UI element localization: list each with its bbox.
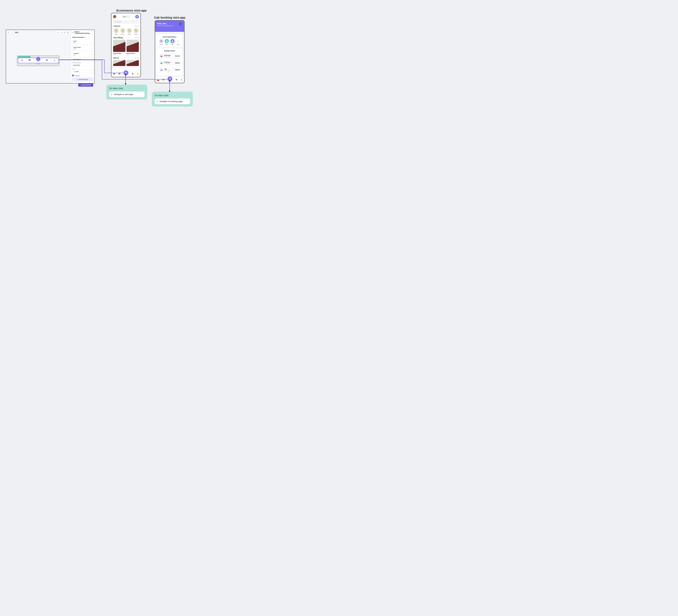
cab-booking-app: Hello, Mira Where are you going today? ⬪…	[155, 20, 185, 83]
panel-title: Define Parameters i	[71, 35, 94, 39]
type-label: Type	[72, 68, 93, 70]
nav-home-icon[interactable]	[113, 73, 115, 75]
chat-icon[interactable]	[29, 59, 31, 62]
zoom-controls: |‹ − 90% +	[7, 31, 23, 34]
chevron-down-icon: ⌄	[91, 71, 92, 72]
nav-person-icon[interactable]	[181, 79, 183, 81]
product-card[interactable]: ♥	[113, 60, 125, 66]
back-label: Back to CabBookingHomePage	[75, 31, 93, 34]
quick-destination-mall[interactable]: Mall	[171, 39, 175, 45]
collapse-sidebar-button[interactable]: |‹	[7, 31, 10, 34]
ecommerce-title: Ecommerce mini-app	[116, 9, 147, 12]
see-all-link[interactable]: See All	[135, 37, 139, 38]
theme-toggle-icon[interactable]: ☀	[57, 31, 60, 34]
quick-destinations-title: Quick Destinations	[158, 36, 181, 38]
info-icon[interactable]: i	[85, 37, 86, 38]
param-item1action[interactable]: Item1ActionAction ›	[72, 45, 93, 51]
greeting: Hello, Mira	[157, 23, 182, 25]
top-selling-label: Top Selling	[113, 37, 123, 39]
nav-cart-fab[interactable]	[124, 71, 128, 75]
quick-destination-home[interactable]: Home	[159, 39, 163, 45]
category-item[interactable]: Tshirts	[126, 28, 132, 35]
cab-title: Cab booking mini-app	[154, 16, 185, 20]
product-card[interactable]: productName[1][2]	[126, 40, 139, 55]
quick-destination-food[interactable]: 🍴Food	[176, 39, 180, 45]
bottom-navigation-bar-component[interactable]: BottomNavigationBar +	[17, 55, 60, 66]
resize-handle-icon[interactable]	[58, 62, 59, 64]
canvas-area: |‹ − 90% + ☀ ▯ тT ⇅ BottomNavigationBar …	[6, 30, 71, 83]
param-name-input[interactable]	[72, 64, 93, 67]
mobile-view-icon[interactable]: ▯	[60, 31, 63, 34]
back-button[interactable]: Back to CabBookingHomePage	[71, 30, 94, 35]
see-all-link[interactable]: See All	[135, 26, 139, 27]
param-item1[interactable]: Item1Icon ›	[72, 39, 93, 45]
svg-point-2	[125, 83, 126, 84]
ride-premium[interactable]: 🚙 Premium5 min away $18-22	[158, 60, 181, 66]
callout-title: On item click	[109, 87, 145, 90]
categories-label: Categories	[113, 25, 120, 27]
nav-heart-icon[interactable]	[176, 79, 178, 81]
nav-chat-icon[interactable]	[162, 79, 164, 81]
ride-economy[interactable]: 🚗 Economy3 min away $12-15	[158, 53, 181, 59]
category-row: Tshirts Tshirts Tshirts Tshirts	[111, 27, 141, 36]
required-checkbox[interactable]: ✓	[72, 75, 74, 76]
heart-icon[interactable]: ♥	[124, 40, 125, 42]
heart-icon[interactable]: ♥	[124, 61, 125, 63]
category-dropdown[interactable]: Men⌄	[121, 15, 130, 18]
search-icon	[114, 21, 116, 23]
ride-van[interactable]: 🚐 Van8 min away $25-30	[158, 67, 181, 73]
chevron-right-icon: ›	[91, 53, 92, 55]
name-label: Parameter Name	[72, 62, 93, 64]
product-card[interactable]: ♥productName[1][2]	[113, 40, 125, 55]
nav-person-icon[interactable]	[137, 73, 139, 75]
nav-bar-inner: +	[18, 58, 59, 63]
chevron-down-icon: ⌄	[127, 16, 128, 17]
drag-handle[interactable]	[36, 64, 40, 64]
plus-icon: +	[80, 84, 81, 86]
category-item[interactable]: Tshirts	[133, 28, 139, 35]
chevron-right-icon: ›	[91, 41, 92, 43]
navigate-icon: ↯	[111, 93, 113, 95]
parameter-panel: Back to CabBookingHomePage Define Parame…	[71, 30, 94, 83]
available-rides-title: Available Rides	[158, 50, 181, 52]
text-size-icon[interactable]: тT	[63, 31, 66, 34]
callout-title: On item click	[155, 94, 190, 97]
param-4-expanded[interactable]: Parameter 4 ›	[72, 57, 93, 61]
tree-view-icon[interactable]: ⇅	[67, 31, 69, 34]
add-parameter-outline-button[interactable]: + Add Parameter	[72, 78, 93, 81]
product-card[interactable]	[126, 60, 139, 66]
nav-car-icon[interactable]: 🚗	[157, 79, 159, 81]
cart-button[interactable]	[135, 15, 139, 18]
zoom-in-button[interactable]: +	[20, 31, 23, 34]
zoom-out-button[interactable]: −	[11, 31, 14, 34]
heart-icon[interactable]	[46, 59, 48, 62]
person-icon[interactable]	[53, 59, 55, 62]
quick-destination-work[interactable]: Work	[165, 39, 169, 45]
chevron-down-icon: ›	[91, 59, 92, 60]
canvas-toolbar: ☀ ▯ тT ⇅	[56, 31, 70, 35]
ecom-callout: On item click ↯ Navigate to cart page	[106, 85, 147, 100]
see-all-link[interactable]: See All	[135, 57, 139, 59]
chevron-right-icon: ›	[91, 47, 92, 49]
type-select[interactable]: ↯Action ⌄	[72, 70, 93, 73]
callout-body: ↯ Navigate to cart page	[109, 91, 145, 97]
category-item[interactable]: Tshirts	[120, 28, 125, 35]
new-in-label: New In	[113, 57, 119, 59]
plus-fab-icon[interactable]: +	[36, 57, 40, 61]
avatar[interactable]	[179, 23, 182, 26]
nav-chat-icon[interactable]	[118, 73, 120, 75]
required-label: Required	[75, 75, 80, 76]
svg-point-0	[115, 21, 116, 22]
navigate-icon: ↯	[156, 100, 158, 103]
param-mainitem[interactable]: mainItemIcon ›	[72, 51, 93, 57]
action-icon: ↯	[73, 71, 74, 72]
add-parameter-solid-button[interactable]: + Add Parameter	[78, 83, 93, 87]
category-item[interactable]: Tshirts	[113, 28, 119, 35]
ecommerce-app: Men⌄ Search CategoriesSee All Tshirts Ts…	[111, 13, 141, 77]
subtitle: Where are you going today?	[157, 25, 182, 27]
nav-heart-icon[interactable]	[132, 73, 134, 75]
search-input[interactable]: Search	[113, 20, 139, 24]
nav-route-fab[interactable]: ⇅	[167, 76, 172, 81]
avatar[interactable]	[113, 15, 116, 18]
home-icon[interactable]	[21, 59, 23, 62]
